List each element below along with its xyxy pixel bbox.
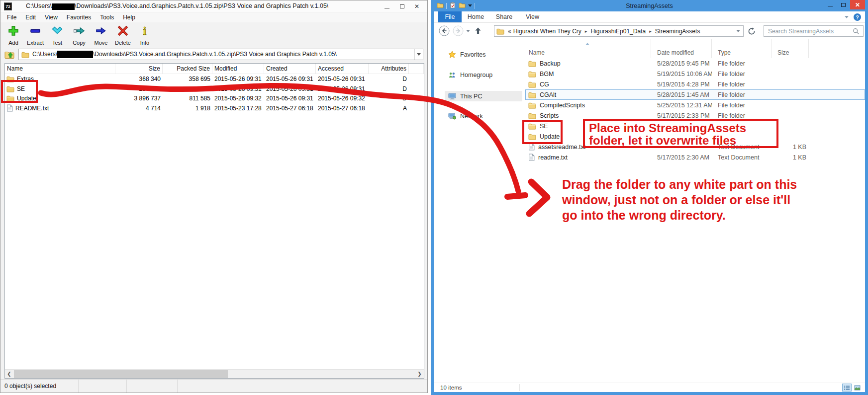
extract-icon	[29, 25, 41, 39]
address-dropdown-chevron-icon[interactable]	[736, 30, 740, 32]
annotation-drag-instruction: Drag the folder to any white part on thi…	[562, 177, 797, 223]
file-name: README.txt	[15, 105, 49, 112]
accessed-date: 2015-05-26 09:31	[316, 74, 369, 84]
column-header-size[interactable]: Size	[115, 64, 163, 74]
breadcrumb-overflow[interactable]: «	[507, 28, 513, 35]
folder-icon[interactable]	[437, 1, 444, 10]
column-header-name[interactable]: Name	[525, 39, 651, 58]
refresh-icon[interactable]	[748, 27, 756, 35]
file-name: readme.txt	[538, 154, 568, 161]
breadcrumb-item[interactable]: StreamingAssets	[655, 28, 700, 35]
menu-view[interactable]: View	[40, 14, 62, 21]
test-button[interactable]: Test	[46, 22, 68, 47]
explorer-list-row[interactable]: CGAlt 5/28/2015 1:45 AM File folder	[525, 89, 865, 100]
scrollbar-thumb[interactable]	[14, 370, 228, 378]
scroll-left-arrow[interactable]: ❮	[5, 370, 13, 378]
date-modified: 5/25/2015 12:31 AM	[651, 100, 712, 110]
customize-qat-chevron-icon[interactable]	[468, 4, 472, 7]
modified-date: 2015-05-23 17:28	[212, 103, 264, 113]
tab-share[interactable]: Share	[490, 11, 518, 22]
column-header-date-modified[interactable]: Date modified	[651, 39, 712, 58]
modified-date: 2015-05-26 09:31	[212, 84, 264, 94]
explorer-list-row[interactable]: readme.txt 5/17/2015 2:30 AM Text Docume…	[525, 152, 865, 162]
minimize-button[interactable]	[380, 0, 394, 12]
column-header-created[interactable]: Created	[264, 64, 316, 74]
maximize-button[interactable]	[394, 0, 409, 12]
7zip-status-bar: 0 object(s) selected	[0, 379, 427, 393]
archive-list-row[interactable]: SE 234 467 214 565 2015-05-26 09:31 2015…	[5, 84, 424, 94]
folder-icon	[528, 81, 536, 88]
extract-button[interactable]: Extract	[24, 22, 46, 47]
delete-button[interactable]: Delete	[112, 22, 134, 47]
breadcrumb-item[interactable]: HigurashiEp01_Data	[590, 28, 646, 35]
info-button[interactable]: i Info	[134, 22, 156, 47]
network-icon	[448, 112, 456, 120]
7zip-toolbar: Add Extract Test Copy Move Delete	[0, 22, 427, 47]
computer-icon	[448, 92, 456, 100]
file-name: CompiledScripts	[540, 102, 585, 109]
menu-edit[interactable]: Edit	[21, 14, 40, 21]
file-type: Text Document	[712, 152, 772, 162]
search-input[interactable]	[764, 28, 853, 35]
recent-locations-chevron-icon[interactable]	[466, 30, 470, 32]
date-modified: 5/17/2015 2:30 AM	[651, 152, 712, 162]
move-button[interactable]: Move	[90, 22, 112, 47]
column-header-size[interactable]: Size	[772, 39, 809, 58]
details-view-button[interactable]	[842, 384, 852, 392]
column-header-name[interactable]: Name	[5, 64, 115, 74]
copy-button[interactable]: Copy	[68, 22, 90, 47]
column-header-type[interactable]: Type	[712, 39, 772, 58]
explorer-list-row[interactable]: Backup 5/28/2015 9:45 PM File folder	[525, 58, 865, 69]
address-combobox[interactable]: C:\Users\\Downloads\PS3.Voice.and.Graphi…	[18, 49, 423, 60]
explorer-list-row[interactable]: CompiledScripts 5/25/2015 12:31 AM File …	[525, 100, 865, 110]
file-size: 368 340	[115, 74, 163, 84]
menu-file[interactable]: File	[2, 14, 21, 21]
close-button[interactable]: ✕	[850, 0, 865, 9]
breadcrumb-separator-icon[interactable]: ▸	[646, 29, 655, 34]
sidebar-item-favorites[interactable]: Favorites	[445, 49, 522, 60]
up-button[interactable]	[473, 26, 483, 36]
maximize-button[interactable]	[837, 0, 850, 9]
7zip-address-row: C:\Users\\Downloads\PS3.Voice.and.Graphi…	[0, 47, 427, 63]
tab-view[interactable]: View	[518, 11, 547, 22]
new-folder-icon[interactable]	[459, 1, 466, 10]
menu-favorites[interactable]: Favorites	[62, 14, 96, 21]
column-header-packed-size[interactable]: Packed Size	[163, 64, 212, 74]
breadcrumb-item[interactable]: Higurashi When They Cry	[513, 28, 581, 35]
menu-tools[interactable]: Tools	[96, 14, 118, 21]
breadcrumb-separator-icon[interactable]: ▸	[581, 29, 591, 34]
screenshot-stage: 7z C:\Users\\Downloads\PS3.Voice.and.Gra…	[0, 0, 868, 395]
column-header-modified[interactable]: Modified	[212, 64, 264, 74]
column-header-attributes[interactable]: Attributes	[369, 64, 409, 74]
sidebar-item-this-pc[interactable]: This PC	[445, 91, 522, 101]
breadcrumb[interactable]: « Higurashi When They Cry▸HigurashiEp01_…	[494, 25, 744, 37]
sidebar-item-network[interactable]: Network	[445, 111, 522, 121]
add-button[interactable]: Add	[2, 22, 24, 47]
sidebar-item-homegroup[interactable]: Homegroup	[445, 70, 522, 80]
annotation-instruction-box: Place into StreamingAssets folder, let i…	[583, 119, 778, 148]
forward-button[interactable]	[453, 25, 464, 36]
explorer-list-row[interactable]: BGM 5/19/2015 10:06 AM File folder	[525, 69, 865, 79]
back-button[interactable]	[439, 25, 450, 36]
close-button[interactable]: ✕	[409, 0, 424, 12]
tab-home[interactable]: Home	[462, 11, 490, 22]
explorer-list-row[interactable]: CG 5/19/2015 4:28 PM File folder	[525, 79, 865, 89]
address-dropdown-button[interactable]	[414, 49, 423, 60]
archive-list-row[interactable]: Update 3 896 737 811 585 2015-05-26 09:3…	[5, 93, 424, 103]
properties-icon[interactable]	[449, 1, 456, 10]
minimize-button[interactable]	[823, 0, 837, 9]
thumbnail-view-button[interactable]	[853, 384, 862, 392]
expand-ribbon-chevron-icon[interactable]	[845, 16, 849, 18]
modified-date: 2015-05-26 09:32	[212, 93, 264, 103]
up-directory-button[interactable]	[4, 49, 15, 60]
tab-file[interactable]: File	[438, 11, 462, 22]
search-box[interactable]	[764, 25, 864, 37]
archive-list-row[interactable]: Extras 368 340 358 695 2015-05-26 09:31 …	[5, 74, 424, 84]
column-header-accessed[interactable]: Accessed	[316, 64, 369, 74]
scroll-right-arrow[interactable]: ❯	[415, 370, 424, 378]
help-icon[interactable]: ?	[854, 13, 861, 21]
archive-list-row[interactable]: README.txt 4 714 1 918 2015-05-23 17:28 …	[5, 103, 424, 113]
menu-help[interactable]: Help	[118, 14, 140, 21]
horizontal-scrollbar[interactable]: ❮ ❯	[5, 369, 424, 378]
packed-size: 358 695	[163, 74, 212, 84]
